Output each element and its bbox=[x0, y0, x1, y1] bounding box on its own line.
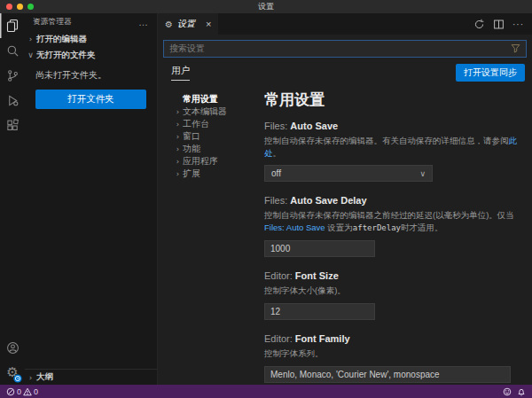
status-bar-right bbox=[503, 387, 526, 396]
settings-sync-badge-icon bbox=[13, 374, 22, 383]
setting-label: Editor: Font Size bbox=[264, 270, 521, 281]
notifications-button[interactable] bbox=[517, 387, 526, 396]
settings-editor: 用户 打开设置同步 常用设置 ›文本编辑器 ›工作台 bbox=[158, 35, 532, 385]
setting-description: 控制字体大小(像素)。 bbox=[264, 285, 521, 297]
toc-item-extensions[interactable]: ›扩展 bbox=[173, 168, 255, 180]
accounts-button[interactable] bbox=[0, 335, 25, 360]
split-editor-icon[interactable] bbox=[493, 19, 505, 30]
source-control-icon bbox=[6, 69, 20, 82]
open-editors-section-header[interactable]: › 打开的编辑器 bbox=[25, 31, 157, 47]
activity-source-control-button[interactable] bbox=[0, 63, 25, 88]
zoom-window-button[interactable] bbox=[27, 4, 34, 10]
gear-icon: ⚙ bbox=[165, 20, 173, 29]
editor-group: ⚙ 设置 × ··· bbox=[158, 13, 532, 385]
font-size-input[interactable] bbox=[264, 303, 375, 320]
open-folder-button[interactable]: 打开文件夹 bbox=[35, 90, 146, 109]
open-editors-label: 打开的编辑器 bbox=[36, 34, 87, 45]
close-icon[interactable]: × bbox=[206, 20, 211, 29]
activity-search-button[interactable] bbox=[0, 38, 25, 63]
no-folder-label: 无打开的文件夹 bbox=[36, 50, 96, 61]
activity-bar: ⚙ bbox=[0, 13, 25, 385]
tab-bar: ⚙ 设置 × ··· bbox=[158, 13, 532, 35]
settings-scope-bar: 用户 打开设置同步 bbox=[158, 59, 532, 82]
more-actions-icon[interactable]: … bbox=[138, 17, 149, 27]
tab-settings[interactable]: ⚙ 设置 × bbox=[158, 13, 218, 35]
setting-description: 控制自动保存未保存的编辑器。有关自动保存的详细信息，请参阅此处。 bbox=[264, 135, 521, 160]
minimize-window-button[interactable] bbox=[17, 4, 23, 10]
account-icon bbox=[6, 341, 20, 355]
settings-list: 常用设置 Files: Auto Save 控制自动保存未保存的编辑器。有关自动… bbox=[255, 88, 532, 385]
settings-body: 常用设置 ›文本编辑器 ›工作台 ›窗口 ›功能 bbox=[158, 88, 532, 385]
auto-save-select[interactable]: off ∨ bbox=[264, 165, 433, 182]
setting-description: 控制字体系列。 bbox=[264, 347, 521, 360]
toc-item-application[interactable]: ›应用程序 bbox=[173, 155, 255, 168]
chevron-right-icon: › bbox=[25, 373, 36, 382]
window-controls bbox=[0, 4, 34, 10]
tab-label: 设置 bbox=[177, 18, 195, 30]
bell-icon bbox=[517, 387, 526, 396]
toc-item-workbench[interactable]: ›工作台 bbox=[173, 118, 255, 130]
setting-editor-font-size: Editor: Font Size 控制字体大小(像素)。 bbox=[264, 270, 521, 320]
feedback-button[interactable] bbox=[503, 387, 512, 396]
chevron-right-icon: › bbox=[173, 144, 183, 153]
search-icon bbox=[6, 44, 20, 58]
explorer-sidebar: 资源管理器 … › 打开的编辑器 ∨ 无打开的文件夹 尚未打开文件夹。 打开文件… bbox=[25, 13, 158, 385]
error-count: 0 bbox=[17, 387, 21, 396]
settings-search-input[interactable] bbox=[163, 40, 527, 58]
no-folder-section-header[interactable]: ∨ 无打开的文件夹 bbox=[25, 47, 157, 63]
settings-search-bar bbox=[158, 39, 532, 59]
chevron-down-icon: ∨ bbox=[419, 169, 426, 178]
settings-heading: 常用设置 bbox=[264, 90, 521, 110]
no-folder-message: 尚未打开文件夹。 bbox=[35, 69, 146, 82]
workbench: ⚙ 资源管理器 … › 打开的编辑器 ∨ 无打开的文件夹 bbox=[0, 13, 532, 385]
manage-settings-button[interactable]: ⚙ bbox=[0, 360, 25, 385]
toc-item-features[interactable]: ›功能 bbox=[173, 143, 255, 155]
tab-user[interactable]: 用户 bbox=[171, 65, 190, 81]
outline-section-header[interactable]: › 大纲 bbox=[25, 369, 157, 385]
setting-files-auto-save: Files: Auto Save 控制自动保存未保存的编辑器。有关自动保存的详细… bbox=[264, 121, 521, 182]
no-folder-view: 尚未打开文件夹。 打开文件夹 bbox=[25, 63, 157, 109]
error-icon bbox=[6, 387, 15, 396]
window-title: 设置 bbox=[0, 1, 532, 12]
setting-files-auto-save-delay: Files: Auto Save Delay 控制自动保存未保存的编辑器之前经过… bbox=[264, 195, 521, 257]
toc-item-text-editor[interactable]: ›文本编辑器 bbox=[173, 105, 255, 118]
outline-label: 大纲 bbox=[36, 371, 53, 383]
font-family-input[interactable] bbox=[264, 366, 511, 383]
activity-run-debug-button[interactable] bbox=[0, 88, 25, 113]
more-actions-icon[interactable]: ··· bbox=[512, 20, 524, 29]
toc-item-commonly-used[interactable]: 常用设置 bbox=[173, 93, 255, 105]
status-bar-left: 0 0 bbox=[6, 387, 38, 396]
warning-count: 0 bbox=[34, 387, 38, 396]
editor-actions: ··· bbox=[473, 13, 532, 35]
chevron-down-icon: ∨ bbox=[25, 51, 36, 59]
warning-icon bbox=[23, 387, 32, 396]
auto-save-delay-input[interactable] bbox=[264, 240, 375, 257]
chevron-right-icon: › bbox=[173, 169, 183, 178]
setting-editor-font-family: Editor: Font Family 控制字体系列。 bbox=[264, 333, 521, 383]
settings-sync-button[interactable]: 打开设置同步 bbox=[456, 64, 525, 82]
sidebar-title: 资源管理器 bbox=[33, 17, 72, 27]
open-settings-json-icon[interactable] bbox=[473, 19, 485, 30]
chevron-right-icon: › bbox=[173, 132, 183, 141]
code-span: afterDelay bbox=[353, 223, 401, 232]
activity-extensions-button[interactable] bbox=[0, 113, 25, 137]
close-window-button[interactable] bbox=[6, 4, 12, 10]
titlebar: 设置 bbox=[0, 0, 532, 13]
feedback-smiley-icon bbox=[503, 387, 512, 396]
auto-save-select-value: off bbox=[271, 168, 281, 178]
vscode-window: 设置 bbox=[0, 0, 532, 398]
activity-explorer-button[interactable] bbox=[0, 13, 25, 38]
activity-bar-spacer bbox=[0, 137, 25, 335]
setting-description: 控制自动保存未保存的编辑器之前经过的延迟(以毫秒为单位)。仅当 Files: A… bbox=[264, 209, 521, 234]
toc-item-window[interactable]: ›窗口 bbox=[173, 130, 255, 143]
filter-icon[interactable] bbox=[511, 43, 520, 53]
settings-toc: 常用设置 ›文本编辑器 ›工作台 ›窗口 ›功能 bbox=[158, 88, 255, 385]
files-auto-save-link[interactable]: Files: Auto Save bbox=[264, 222, 325, 232]
chevron-right-icon: › bbox=[173, 157, 183, 166]
files-icon bbox=[5, 19, 20, 33]
chevron-right-icon: › bbox=[173, 120, 183, 129]
problems-indicator[interactable]: 0 0 bbox=[6, 387, 38, 396]
status-bar: 0 0 bbox=[0, 385, 532, 398]
setting-label: Files: Auto Save Delay bbox=[264, 195, 521, 206]
chevron-right-icon: › bbox=[25, 35, 36, 43]
